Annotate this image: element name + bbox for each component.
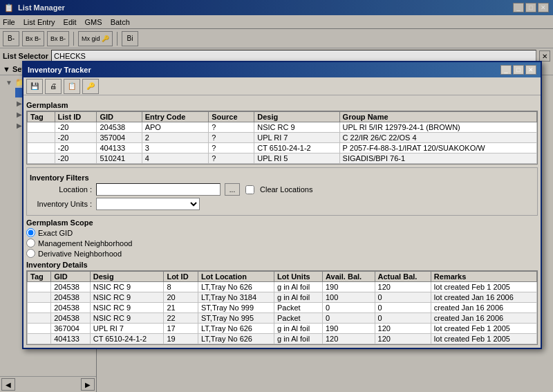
germplasm-cell-tag: [28, 153, 55, 164]
details-cell-availbal: 190: [322, 282, 375, 292]
germplasm-table: Tag List ID GID Entry Code Source Desig …: [27, 111, 537, 164]
germplasm-cell-tag: [28, 122, 55, 133]
details-cell-desig: NSIC RC 9: [90, 313, 164, 324]
location-label: Location :: [30, 185, 92, 194]
details-row[interactable]: 204538 NSIC RC 9 20 LT,Tray No 3184 g in…: [28, 292, 537, 303]
details-cell-actualbal: 120: [375, 324, 431, 334]
details-col-gid: GID: [51, 272, 90, 282]
details-cell-lotunits: g in Al foil: [274, 292, 323, 303]
germplasm-cell-desig: UPL RI 7: [254, 133, 339, 143]
germplasm-cell-entrycode: 2: [142, 133, 209, 143]
details-cell-remarks: created Jan 16 2006: [431, 313, 536, 324]
details-row[interactable]: 204538 NSIC RC 9 22 ST,Tray No 995 Packe…: [28, 313, 537, 324]
details-col-lotunits: Lot Units: [274, 272, 323, 282]
modal-body: Germplasm Tag List ID GID Entry Code Sou…: [24, 95, 541, 348]
germplasm-cell-source: ?: [209, 143, 254, 153]
location-input[interactable]: [96, 183, 221, 196]
details-cell-lotunits: Packet: [274, 313, 323, 324]
germplasm-cell-groupname: SIGADIS/BPI 76-1: [339, 153, 536, 164]
details-row[interactable]: 204538 NSIC RC 9 8 LT,Tray No 626 g in A…: [28, 282, 537, 292]
modal-close-button[interactable]: ✕: [525, 65, 536, 75]
germplasm-cell-tag: [28, 143, 55, 153]
inventory-units-label: Inventory Units :: [30, 200, 92, 208]
germplasm-col-entrycode: Entry Code: [142, 112, 209, 122]
germplasm-row[interactable]: -20 404133 3 ? CT 6510-24-1-2 P 2057-F4-…: [28, 143, 537, 153]
germplasm-cell-source: ?: [209, 133, 254, 143]
clear-locations-checkbox[interactable]: [245, 185, 254, 194]
details-row[interactable]: 367004 UPL RI 7 17 LT,Tray No 626 g in A…: [28, 324, 537, 334]
details-cell-gid: 204538: [51, 282, 90, 292]
details-cell-actualbal: 120: [375, 334, 431, 344]
modal-toolbar: 💾 🖨 📋 🔑: [24, 77, 541, 95]
details-cell-gid: 367004: [51, 324, 90, 334]
details-cell-lotid: 21: [164, 303, 198, 313]
details-col-desig: Desig: [90, 272, 164, 282]
germplasm-row[interactable]: -20 204538 APO ? NSIC RC 9 UPL RI 5/IR 1…: [28, 122, 537, 133]
details-cell-remarks: lot created Feb 1 2005: [431, 334, 536, 344]
modal-toolbar-btn-save[interactable]: 💾: [26, 79, 43, 94]
details-cell-lotunits: Packet: [274, 303, 323, 313]
germplasm-row[interactable]: -20 357004 2 ? UPL RI 7 C 22/IR 26/C 22/…: [28, 133, 537, 143]
germplasm-cell-entrycode: 4: [142, 153, 209, 164]
details-cell-desig: UPL RI 7: [90, 324, 164, 334]
details-cell-lotid: 20: [164, 292, 198, 303]
germplasm-cell-gid: 204538: [97, 122, 142, 133]
details-cell-lotlocation: LT,Tray No 626: [198, 282, 274, 292]
details-cell-gid: 404133: [51, 334, 90, 344]
details-cell-lotid: 8: [164, 282, 198, 292]
germplasm-cell-groupname: C 22/IR 26/C 22/OS 4: [339, 133, 536, 143]
details-col-tag: Tag: [28, 272, 51, 282]
details-cell-availbal: 0: [322, 313, 375, 324]
germplasm-cell-desig: NSIC RC 9: [254, 122, 339, 133]
details-cell-actualbal: 0: [375, 313, 431, 324]
details-cell-lotlocation: LT,Tray No 3184: [198, 292, 274, 303]
radio-exact-gid-label: Exact GID: [38, 229, 73, 237]
details-col-actualbal: Actual Bal.: [375, 272, 431, 282]
details-cell-desig: CT 6510-24-1-2: [90, 334, 164, 344]
germplasm-cell-tag: [28, 133, 55, 143]
germplasm-col-tag: Tag: [28, 112, 55, 122]
details-cell-gid: 204538: [51, 313, 90, 324]
details-cell-tag: [28, 303, 51, 313]
details-cell-lotlocation: LT,Tray No 626: [198, 334, 274, 344]
details-cell-lotid: 17: [164, 324, 198, 334]
germplasm-col-source: Source: [209, 112, 254, 122]
details-cell-lotid: 22: [164, 313, 198, 324]
inventory-filters-label: Inventory Filters: [30, 174, 534, 182]
modal-controls: _ □ ✕: [500, 65, 536, 75]
details-cell-lotunits: g in Al foil: [274, 334, 323, 344]
radio-exact-gid-input[interactable]: [26, 228, 35, 237]
germplasm-cell-listid: -20: [55, 133, 97, 143]
details-row[interactable]: 204538 NSIC RC 9 21 ST,Tray No 999 Packe…: [28, 303, 537, 313]
germplasm-cell-desig: CT 6510-24-1-2: [254, 143, 339, 153]
details-cell-lotlocation: LT,Tray No 626: [198, 324, 274, 334]
details-cell-actualbal: 0: [375, 303, 431, 313]
details-cell-gid: 204538: [51, 292, 90, 303]
details-col-remarks: Remarks: [431, 272, 536, 282]
inventory-units-select[interactable]: [96, 198, 200, 210]
details-cell-remarks: created Jan 16 2006: [431, 303, 536, 313]
details-cell-lotid: 19: [164, 334, 198, 344]
radio-mgmt-neighborhood-input[interactable]: [26, 239, 35, 248]
germplasm-row[interactable]: -20 510241 4 ? UPL RI 5 SIGADIS/BPI 76-1: [28, 153, 537, 164]
location-browse-button[interactable]: ...: [225, 183, 240, 196]
germplasm-cell-groupname: UPL RI 5/IR 12979-24-1 (BROWN): [339, 122, 536, 133]
radio-derivative-neighborhood-input[interactable]: [26, 249, 35, 258]
modal-title: Inventory Tracker: [28, 66, 91, 74]
modal-toolbar-btn-copy[interactable]: 📋: [64, 79, 80, 94]
germplasm-cell-listid: -20: [55, 153, 97, 164]
modal-minimize-button[interactable]: _: [500, 65, 512, 75]
modal-maximize-button[interactable]: □: [513, 65, 524, 75]
details-cell-lotunits: g in Al foil: [274, 324, 323, 334]
details-cell-desig: NSIC RC 9: [90, 303, 164, 313]
modal-toolbar-btn-key[interactable]: 🔑: [82, 79, 99, 94]
details-cell-lotlocation: ST,Tray No 999: [198, 303, 274, 313]
modal-toolbar-btn-print[interactable]: 🖨: [45, 79, 62, 94]
details-cell-desig: NSIC RC 9: [90, 282, 164, 292]
details-row[interactable]: 404133 CT 6510-24-1-2 19 LT,Tray No 626 …: [28, 334, 537, 344]
details-table: Tag GID Desig Lot ID Lot Location Lot Un…: [27, 271, 537, 344]
germplasm-col-gid: GID: [97, 112, 142, 122]
germplasm-cell-entrycode: 3: [142, 143, 209, 153]
germplasm-cell-source: ?: [209, 122, 254, 133]
inventory-details-label: Inventory Details: [26, 261, 538, 269]
